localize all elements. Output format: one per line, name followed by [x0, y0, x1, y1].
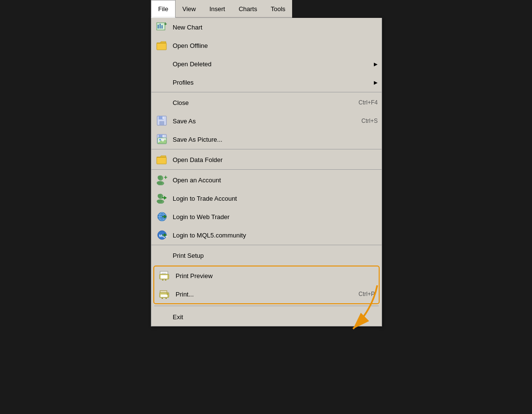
menu-item-open-data-folder[interactable]: Open Data Folder	[151, 150, 382, 170]
svg-rect-11	[163, 117, 163, 119]
svg-rect-1	[158, 25, 159, 29]
svg-rect-3	[162, 25, 163, 29]
svg-point-17	[159, 139, 161, 141]
login-trade-label: Login to Trade Account	[173, 195, 378, 202]
menu-bar: File View Insert Charts Tools	[151, 0, 292, 18]
menu-file[interactable]: File	[151, 0, 176, 18]
menu-item-save-as-picture[interactable]: Save As Picture...	[151, 130, 382, 149]
exit-icon	[154, 310, 170, 324]
svg-point-53	[167, 294, 168, 295]
svg-rect-15	[163, 135, 163, 137]
menu-item-open-offline[interactable]: Open Offline	[151, 36, 382, 55]
svg-point-25	[157, 181, 163, 185]
menu-item-print-preview[interactable]: Print Preview	[154, 266, 379, 285]
print-label: Print...	[176, 291, 349, 298]
svg-rect-48	[162, 280, 163, 281]
print-setup-icon	[154, 249, 170, 262]
menu-item-print-setup[interactable]: Print Setup	[151, 246, 382, 265]
login-web-label: Login to Web Trader	[173, 213, 378, 221]
open-offline-label: Open Offline	[173, 42, 378, 49]
svg-rect-19	[157, 157, 166, 164]
open-data-folder-label: Open Data Folder	[173, 156, 378, 163]
menu-tools[interactable]: Tools	[264, 0, 292, 17]
svg-rect-5	[157, 43, 166, 50]
menu-item-profiles[interactable]: Profiles ▶	[151, 73, 382, 92]
menu-item-exit[interactable]: Exit	[151, 308, 382, 326]
menu-item-open-deleted[interactable]: Open Deleted ▶	[151, 55, 382, 73]
print-icon	[157, 287, 173, 301]
menu-item-login-mql5[interactable]: MQL Login to MQL5.community	[151, 226, 382, 245]
menu-item-close[interactable]: Close Ctrl+F4	[151, 93, 382, 112]
file-dropdown-menu: + New Chart Open Offline Open Deleted ▶ …	[151, 18, 382, 326]
svg-rect-55	[165, 298, 167, 299]
close-icon	[154, 96, 170, 109]
print-preview-label: Print Preview	[176, 272, 375, 280]
open-account-label: Open an Account	[173, 177, 378, 184]
menu-view[interactable]: View	[176, 0, 203, 17]
menu-item-save-as[interactable]: Save As Ctrl+S	[151, 112, 382, 130]
print-preview-icon	[157, 269, 173, 282]
separator	[154, 306, 379, 306]
menu-insert[interactable]: Insert	[203, 0, 232, 17]
save-as-picture-label: Save As Picture...	[173, 136, 378, 143]
svg-text:+: +	[164, 22, 167, 27]
highlighted-print-section: Print Preview Print... Ctrl+P	[153, 266, 380, 304]
close-label: Close	[173, 99, 349, 106]
svg-rect-54	[162, 298, 163, 299]
open-deleted-arrow: ▶	[374, 61, 378, 67]
svg-rect-7	[157, 43, 166, 43]
svg-rect-49	[165, 280, 166, 281]
login-mql5-label: Login to MQL5.community	[173, 232, 378, 239]
svg-point-30	[157, 200, 163, 203]
open-offline-icon	[154, 39, 170, 52]
svg-rect-10	[160, 121, 164, 125]
svg-point-24	[158, 176, 162, 179]
svg-rect-2	[160, 24, 161, 29]
profiles-arrow: ▶	[374, 80, 378, 85]
profiles-icon	[154, 75, 170, 89]
svg-rect-52	[161, 295, 167, 297]
open-deleted-icon	[154, 57, 170, 71]
close-shortcut: Ctrl+F4	[358, 99, 378, 106]
menu-item-print[interactable]: Print... Ctrl+P	[154, 285, 379, 303]
save-as-label: Save As	[173, 118, 352, 125]
save-as-picture-icon	[154, 133, 170, 146]
svg-rect-47	[161, 275, 167, 279]
menu-item-login-web[interactable]: Login to Web Trader	[151, 207, 382, 226]
svg-point-29	[158, 194, 162, 198]
new-chart-label: New Chart	[173, 24, 378, 31]
menu-item-new-chart[interactable]: + New Chart	[151, 18, 382, 36]
svg-text:MQL: MQL	[159, 234, 168, 238]
svg-text:+: +	[164, 175, 167, 181]
save-as-icon	[154, 114, 170, 128]
login-web-icon	[154, 210, 170, 223]
open-account-icon: +	[154, 173, 170, 187]
menu-charts[interactable]: Charts	[232, 0, 264, 17]
print-shortcut: Ctrl+P	[358, 291, 375, 297]
open-data-folder-icon	[154, 153, 170, 166]
svg-rect-21	[157, 157, 166, 157]
login-mql5-icon: MQL	[154, 228, 170, 242]
menu-item-login-trade[interactable]: Login to Trade Account	[151, 189, 382, 207]
save-as-shortcut: Ctrl+S	[361, 118, 378, 124]
profiles-label: Profiles	[173, 79, 370, 86]
open-deleted-label: Open Deleted	[173, 60, 370, 68]
menu-item-open-account[interactable]: + Open an Account	[151, 171, 382, 189]
exit-label: Exit	[173, 313, 378, 321]
new-chart-icon: +	[154, 20, 170, 34]
login-trade-icon	[154, 192, 170, 205]
print-setup-label: Print Setup	[173, 252, 378, 259]
